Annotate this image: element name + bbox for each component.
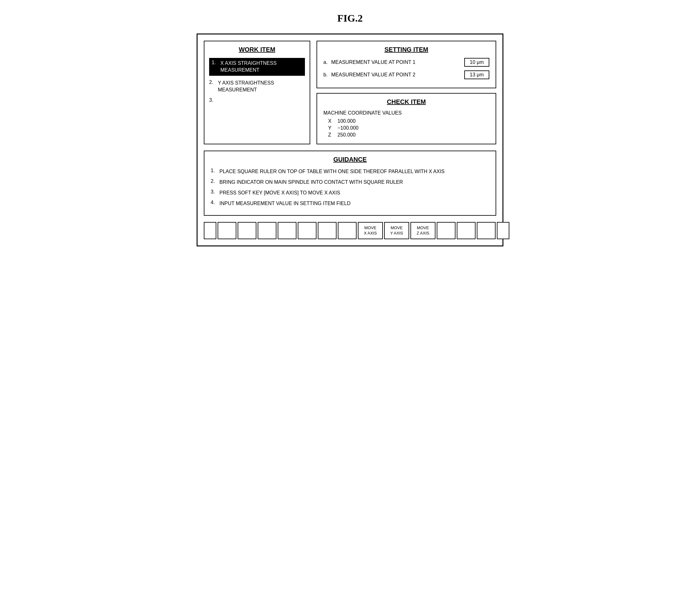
work-item-panel: WORK ITEM 1. X AXIS STRAIGHTNESSMEASUREM… bbox=[204, 41, 310, 144]
guidance-number-3: 3. bbox=[211, 189, 220, 195]
move-x-label: MOVEX AXIS bbox=[364, 225, 377, 236]
guidance-number-1: 1. bbox=[211, 168, 220, 173]
check-item-panel: CHECK ITEM MACHINE COORDINATE VALUES X 1… bbox=[317, 93, 496, 144]
toolbar-btn-0[interactable] bbox=[204, 222, 216, 239]
toolbar-btn-5[interactable] bbox=[298, 222, 317, 239]
coord-y-value: −100.000 bbox=[338, 125, 358, 131]
right-panels: SETTING ITEM a. MEASUREMENT VALUE AT POI… bbox=[317, 41, 496, 144]
page-container: FIG.2 WORK ITEM 1. X AXIS STRAIGHTNESSME… bbox=[194, 6, 506, 253]
coord-x-row: X 100.000 bbox=[323, 118, 489, 124]
guidance-item-3: 3. PRESS SOFT KEY [MOVE X AXIS] TO MOVE … bbox=[211, 189, 489, 197]
work-item-number-2: 2. bbox=[209, 79, 218, 85]
guidance-panel: GUIDANCE 1. PLACE SQUARE RULER ON TOP OF… bbox=[204, 151, 496, 216]
toolbar-btn-14[interactable] bbox=[497, 222, 509, 239]
toolbar-btn-1[interactable] bbox=[218, 222, 236, 239]
top-section: WORK ITEM 1. X AXIS STRAIGHTNESSMEASUREM… bbox=[204, 41, 496, 144]
guidance-text-4: INPUT MEASUREMENT VALUE IN SETTING ITEM … bbox=[220, 200, 351, 207]
guidance-list: 1. PLACE SQUARE RULER ON TOP OF TABLE WI… bbox=[211, 168, 489, 207]
toolbar-btn-3[interactable] bbox=[258, 222, 276, 239]
work-item-entry-3[interactable]: 3. bbox=[209, 97, 305, 103]
setting-letter-a: a. bbox=[323, 59, 331, 65]
check-item-title: CHECK ITEM bbox=[323, 98, 489, 105]
bottom-toolbar: MOVEX AXIS MOVEY AXIS MOVEZ AXIS bbox=[204, 222, 496, 239]
outer-border: WORK ITEM 1. X AXIS STRAIGHTNESSMEASUREM… bbox=[197, 33, 503, 246]
move-y-label: MOVEY AXIS bbox=[391, 225, 403, 236]
toolbar-btn-move-y[interactable]: MOVEY AXIS bbox=[384, 222, 409, 239]
guidance-text-1: PLACE SQUARE RULER ON TOP OF TABLE WITH … bbox=[220, 168, 445, 175]
setting-row-a: a. MEASUREMENT VALUE AT POINT 1 10 μm bbox=[323, 58, 489, 67]
setting-row-b: b. MEASUREMENT VALUE AT POINT 2 13 μm bbox=[323, 71, 489, 79]
toolbar-btn-2[interactable] bbox=[238, 222, 256, 239]
work-item-text-2: Y AXIS STRAIGHTNESSMEASUREMENT bbox=[218, 79, 274, 94]
guidance-item-1: 1. PLACE SQUARE RULER ON TOP OF TABLE WI… bbox=[211, 168, 489, 175]
coord-y-axis: Y bbox=[328, 125, 338, 131]
coord-z-axis: Z bbox=[328, 132, 338, 138]
work-item-number-1: 1. bbox=[211, 60, 220, 66]
guidance-item-4: 4. INPUT MEASUREMENT VALUE IN SETTING IT… bbox=[211, 200, 489, 207]
guidance-title: GUIDANCE bbox=[211, 156, 489, 163]
toolbar-btn-12[interactable] bbox=[457, 222, 476, 239]
setting-label-b: MEASUREMENT VALUE AT POINT 2 bbox=[331, 72, 464, 78]
toolbar-btn-7[interactable] bbox=[338, 222, 356, 239]
coord-z-value: 250.000 bbox=[338, 132, 356, 138]
coord-y-row: Y −100.000 bbox=[323, 125, 489, 131]
figure-title: FIG.2 bbox=[197, 13, 503, 24]
coord-x-axis: X bbox=[328, 118, 338, 124]
guidance-text-2: BRING INDICATOR ON MAIN SPINDLE INTO CON… bbox=[220, 178, 403, 186]
work-item-number-3: 3. bbox=[209, 97, 218, 103]
coord-x-value: 100.000 bbox=[338, 118, 356, 124]
guidance-number-2: 2. bbox=[211, 178, 220, 184]
work-item-selected[interactable]: 1. X AXIS STRAIGHTNESSMEASUREMENT bbox=[209, 58, 305, 76]
guidance-text-3: PRESS SOFT KEY [MOVE X AXIS] TO MOVE X A… bbox=[220, 189, 340, 197]
work-item-entry-2[interactable]: 2. Y AXIS STRAIGHTNESSMEASUREMENT bbox=[209, 79, 305, 94]
check-subtitle: MACHINE COORDINATE VALUES bbox=[323, 110, 489, 116]
work-item-title: WORK ITEM bbox=[209, 46, 305, 53]
toolbar-btn-move-z[interactable]: MOVEZ AXIS bbox=[410, 222, 435, 239]
guidance-number-4: 4. bbox=[211, 200, 220, 205]
work-item-text-1: X AXIS STRAIGHTNESSMEASUREMENT bbox=[220, 60, 277, 74]
toolbar-btn-move-x[interactable]: MOVEX AXIS bbox=[358, 222, 383, 239]
coord-z-row: Z 250.000 bbox=[323, 132, 489, 138]
toolbar-btn-4[interactable] bbox=[278, 222, 297, 239]
setting-value-a[interactable]: 10 μm bbox=[464, 58, 489, 67]
setting-label-a: MEASUREMENT VALUE AT POINT 1 bbox=[331, 59, 464, 65]
setting-item-title: SETTING ITEM bbox=[323, 46, 489, 53]
toolbar-btn-11[interactable] bbox=[437, 222, 455, 239]
toolbar-btn-13[interactable] bbox=[477, 222, 496, 239]
toolbar-btn-6[interactable] bbox=[318, 222, 336, 239]
setting-value-b[interactable]: 13 μm bbox=[464, 71, 489, 79]
setting-item-panel: SETTING ITEM a. MEASUREMENT VALUE AT POI… bbox=[317, 41, 496, 88]
move-z-label: MOVEZ AXIS bbox=[417, 225, 429, 236]
setting-letter-b: b. bbox=[323, 72, 331, 78]
guidance-item-2: 2. BRING INDICATOR ON MAIN SPINDLE INTO … bbox=[211, 178, 489, 186]
